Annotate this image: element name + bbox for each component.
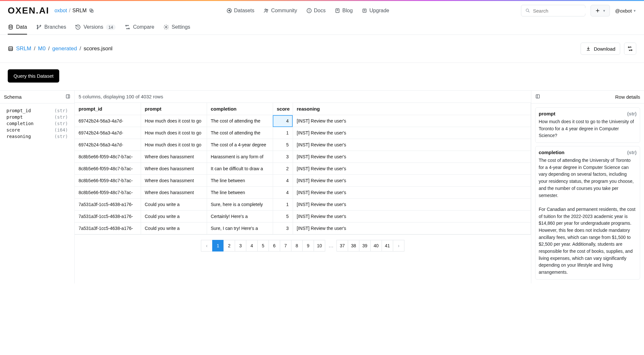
table-row[interactable]: 69742b24-56a3-4a7d- How much does it cos… xyxy=(75,127,531,139)
tab-versions[interactable]: Versions 14 xyxy=(75,20,116,35)
svg-point-8 xyxy=(309,10,309,10)
user-label: @oxbot xyxy=(615,8,632,14)
table-row[interactable]: 8c8b5e66-f059-48c7-b7ac- Where does hara… xyxy=(75,163,531,175)
query-button[interactable]: Query this Dataset xyxy=(8,69,59,83)
schema-row[interactable]: prompt(str) xyxy=(6,114,68,120)
table-row[interactable]: 69742b24-56a3-4a7d- How much does it cos… xyxy=(75,139,531,151)
schema-row[interactable]: completion(str) xyxy=(6,120,68,127)
cell-completion: It can be difficult to draw a xyxy=(207,163,273,175)
page-1[interactable]: 1 xyxy=(212,240,224,251)
page-39[interactable]: 39 xyxy=(359,240,371,251)
page-6[interactable]: 6 xyxy=(269,240,280,251)
cell-prompt-id: 7a531a3f-1cc5-4638-a176- xyxy=(75,211,141,222)
detail-completion: completion (str) The cost of attending t… xyxy=(535,146,640,280)
table-row[interactable]: 69742b24-56a3-4a7d- How much does it cos… xyxy=(75,115,531,127)
col-score[interactable]: score xyxy=(273,103,293,115)
table-row[interactable]: 8c8b5e66-f059-48c7-b7ac- Where does hara… xyxy=(75,175,531,187)
page-2[interactable]: 2 xyxy=(223,240,235,251)
cell-prompt-id: 8c8b5e66-f059-48c7-b7ac- xyxy=(75,187,141,199)
tab-data[interactable]: Data xyxy=(8,20,27,35)
page-38[interactable]: 38 xyxy=(348,240,359,251)
schema-type: (str) xyxy=(54,114,68,120)
breadcrumb-repo[interactable]: SRLM xyxy=(72,8,87,14)
nav-blog[interactable]: Blog xyxy=(335,8,353,14)
page-5[interactable]: 5 xyxy=(257,240,269,251)
content: Schema prompt_id(str)prompt(str)completi… xyxy=(0,90,644,283)
nav-community[interactable]: Community xyxy=(263,8,297,14)
svg-point-23 xyxy=(126,25,127,26)
page-3[interactable]: 3 xyxy=(235,240,246,251)
cell-completion: The cost of attending the xyxy=(207,127,273,139)
col-prompt-id[interactable]: prompt_id xyxy=(75,103,141,115)
page-next[interactable]: › xyxy=(393,240,404,251)
path-seg-m0[interactable]: M0 xyxy=(38,45,46,52)
page-8[interactable]: 8 xyxy=(291,240,303,251)
table-row[interactable]: 7a531a3f-1cc5-4638-a176- Could you write… xyxy=(75,222,531,234)
download-button[interactable]: Download xyxy=(581,43,620,55)
cell-prompt-id: 7a531a3f-1cc5-4638-a176- xyxy=(75,222,141,234)
cell-score: 1 xyxy=(273,127,293,139)
search-box[interactable]: ▼ xyxy=(521,5,585,16)
repo-tabs: Data Branches Versions 14 Compare Settin… xyxy=(0,20,644,35)
col-prompt[interactable]: prompt xyxy=(141,103,207,115)
user-menu[interactable]: @oxbot ▼ xyxy=(615,8,636,14)
detail-completion-type: (str) xyxy=(627,150,637,155)
copy-icon[interactable] xyxy=(89,8,94,14)
cell-score: 5 xyxy=(273,211,293,222)
info-icon xyxy=(306,8,312,14)
path-seg-generated[interactable]: generated xyxy=(52,45,77,52)
col-reasoning[interactable]: reasoning xyxy=(293,103,531,115)
table-row[interactable]: 7a531a3f-1cc5-4638-a176- Could you write… xyxy=(75,211,531,222)
table-row[interactable]: 8c8b5e66-f059-48c7-b7ac- Where does hara… xyxy=(75,187,531,199)
table-row[interactable]: 7a531a3f-1cc5-4638-a176- Could you write… xyxy=(75,199,531,211)
page-37[interactable]: 37 xyxy=(336,240,348,251)
page-10[interactable]: 10 xyxy=(314,240,325,251)
topbar: OXEN.AI oxbot / SRLM Datasets Community … xyxy=(0,1,644,20)
schema-row[interactable]: reasoning(str) xyxy=(6,133,68,140)
detail-prompt-value[interactable]: How much does it cost to go to the Unive… xyxy=(539,118,637,139)
nav-datasets[interactable]: Datasets xyxy=(226,8,254,14)
cell-completion: Harassment is any form of xyxy=(207,151,273,163)
cell-reasoning: [INST] Review the user's xyxy=(293,139,531,151)
page-7[interactable]: 7 xyxy=(280,240,291,251)
schema-name: reasoning xyxy=(6,134,31,139)
tab-settings[interactable]: Settings xyxy=(163,20,190,35)
page-prev[interactable]: ‹ xyxy=(201,240,213,251)
collapse-left-icon[interactable] xyxy=(65,94,71,100)
cell-score: 3 xyxy=(273,222,293,234)
path-seg-srlm[interactable]: SRLM xyxy=(16,45,31,52)
cell-score: 4 xyxy=(273,115,293,127)
table-header-row: prompt_id prompt completion score reason… xyxy=(75,103,531,115)
nav-docs[interactable]: Docs xyxy=(306,8,326,14)
nav-upgrade[interactable]: Upgrade xyxy=(362,8,389,14)
page-4[interactable]: 4 xyxy=(246,240,258,251)
breadcrumb-owner[interactable]: oxbot xyxy=(54,8,67,14)
tab-compare-label: Compare xyxy=(133,24,154,30)
cell-prompt-id: 69742b24-56a3-4a7d- xyxy=(75,127,141,139)
tab-data-label: Data xyxy=(16,24,27,30)
page-40[interactable]: 40 xyxy=(370,240,382,251)
collapse-right-icon[interactable] xyxy=(535,94,540,100)
tab-branches[interactable]: Branches xyxy=(36,20,66,35)
detail-completion-value[interactable]: The cost of attending the University of … xyxy=(539,157,637,276)
col-completion[interactable]: completion xyxy=(207,103,273,115)
compare-icon xyxy=(125,24,130,30)
cell-prompt: How much does it cost to go xyxy=(141,115,207,127)
compare-icon-button[interactable] xyxy=(624,43,636,55)
logo[interactable]: OXEN.AI xyxy=(8,5,49,16)
search-input[interactable] xyxy=(533,8,594,14)
cell-prompt: Where does harassment xyxy=(141,163,207,175)
new-button[interactable]: ▼ xyxy=(591,5,610,16)
tab-compare[interactable]: Compare xyxy=(125,20,154,35)
schema-row[interactable]: prompt_id(str) xyxy=(6,107,68,114)
cell-completion: Sure, here is a completely xyxy=(207,199,273,211)
cell-prompt: Where does harassment xyxy=(141,187,207,199)
table-row[interactable]: 8c8b5e66-f059-48c7-b7ac- Where does hara… xyxy=(75,151,531,163)
schema-row[interactable]: score(i64) xyxy=(6,127,68,133)
page-41[interactable]: 41 xyxy=(382,240,393,251)
detail-completion-label: completion xyxy=(539,150,564,155)
cell-reasoning: [INST] Review the user's xyxy=(293,222,531,234)
page-9[interactable]: 9 xyxy=(302,240,314,251)
people-icon xyxy=(263,8,269,14)
query-area: Query this Dataset xyxy=(0,63,644,90)
